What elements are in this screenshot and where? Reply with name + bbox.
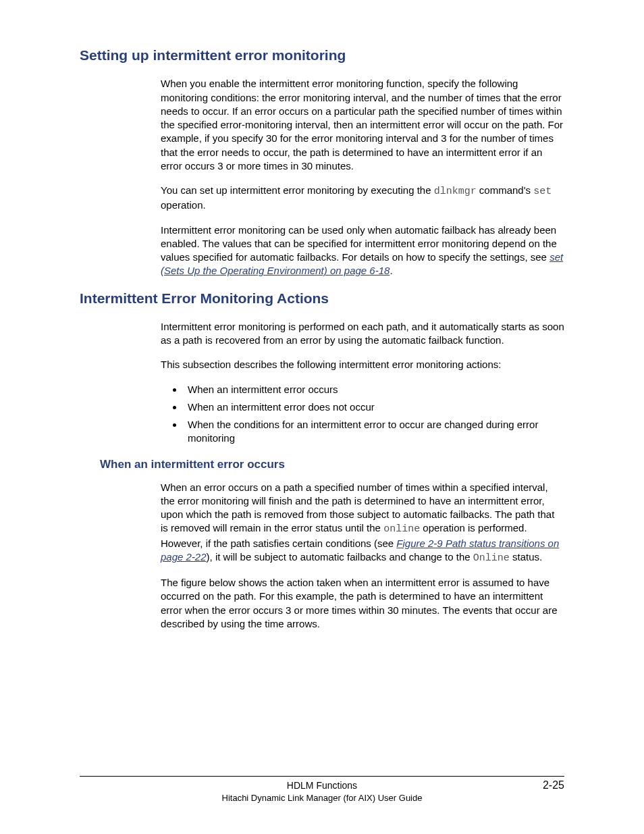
paragraph: You can set up intermittent error monito…	[161, 184, 564, 213]
heading-when-error-occurs: When an intermittent error occurs	[100, 458, 564, 471]
bullet-list: When an intermittent error occurs When a…	[184, 383, 564, 446]
text: .	[390, 265, 392, 276]
code-set: set	[533, 186, 552, 197]
footer-rule	[80, 776, 564, 777]
page-body: Setting up intermittent error monitoring…	[0, 0, 644, 631]
heading-actions: Intermittent Error Monitoring Actions	[80, 289, 564, 308]
code-dlnkmgr: dlnkmgr	[434, 186, 477, 197]
footer-page-number: 2-25	[532, 779, 564, 791]
paragraph: When an error occurs on a path a specifi…	[161, 481, 564, 566]
heading-setting-up: Setting up intermittent error monitoring	[80, 46, 564, 65]
text: You can set up intermittent error monito…	[161, 184, 434, 196]
list-item: When the conditions for an intermittent …	[184, 418, 564, 446]
footer-book-title: Hitachi Dynamic Link Manager (for AIX) U…	[80, 793, 564, 803]
footer-chapter: HDLM Functions	[112, 780, 532, 791]
paragraph: This subsection describes the following …	[161, 358, 564, 371]
text: command's	[477, 184, 534, 196]
text: operation.	[161, 199, 206, 211]
page-footer: HDLM Functions 2-25 Hitachi Dynamic Link…	[80, 776, 564, 803]
code-online-status: Online	[473, 552, 510, 564]
text: Intermittent error monitoring can be use…	[161, 224, 557, 263]
paragraph: When you enable the intermittent error m…	[161, 77, 564, 173]
text: ), it will be subject to automatic failb…	[207, 551, 473, 563]
paragraph: Intermittent error monitoring is perform…	[161, 320, 564, 348]
list-item: When an intermittent error occurs	[184, 383, 564, 396]
code-online: online	[383, 523, 420, 535]
footer-row: HDLM Functions 2-25	[80, 779, 564, 791]
paragraph: Intermittent error monitoring can be use…	[161, 224, 564, 278]
text: status.	[510, 551, 542, 563]
list-item: When an intermittent error does not occu…	[184, 400, 564, 414]
paragraph: The figure below shows the action taken …	[161, 576, 564, 631]
